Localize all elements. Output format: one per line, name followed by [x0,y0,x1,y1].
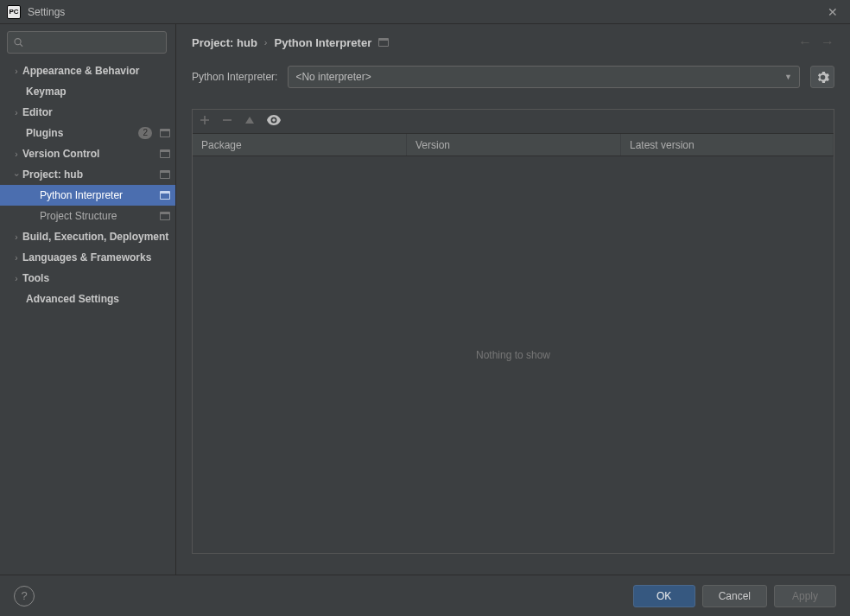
sidebar-item-appearance-behavior[interactable]: › Appearance & Behavior [0,60,175,81]
chevron-right-icon: › [10,149,22,159]
search-input[interactable] [7,31,167,54]
close-icon[interactable]: ✕ [822,3,843,21]
interpreter-select[interactable]: <No interpreter> ▼ [288,66,800,88]
gear-icon [816,71,829,84]
ok-button[interactable]: OK [633,585,695,607]
svg-point-0 [15,39,21,45]
sidebar-item-label: Languages & Frameworks [22,251,170,264]
sidebar-item-advanced-settings[interactable]: Advanced Settings [0,289,175,309]
project-badge-icon [160,129,170,137]
breadcrumb: Project: hub › Python Interpreter [192,36,798,49]
project-badge-icon [378,38,389,47]
sidebar-item-label: Plugins [26,127,138,139]
add-package-button[interactable] [200,115,210,128]
breadcrumb-crumb-0[interactable]: Project: hub [192,36,257,49]
content-area: Project: hub › Python Interpreter ← → Py… [176,24,850,575]
packages-toolbar [193,110,834,134]
help-button[interactable]: ? [14,586,35,606]
svg-point-2 [272,118,276,122]
cancel-button[interactable]: Cancel [702,585,767,607]
apply-button[interactable]: Apply [774,585,836,607]
chevron-right-icon: › [10,67,22,76]
sidebar-item-label: Appearance & Behavior [22,65,170,77]
eye-icon [267,115,281,125]
sidebar-item-label: Keymap [26,86,170,98]
app-icon: PC [7,5,21,19]
chevron-down-icon: › [12,168,22,181]
chevron-right-icon: › [10,108,22,117]
bottombar: ? OK Cancel Apply [0,575,850,616]
project-badge-icon [160,170,170,179]
packages-panel: Package Version Latest version Nothing t… [192,109,834,554]
remove-package-button[interactable] [222,115,232,128]
titlebar: PC Settings ✕ [0,0,850,24]
chevron-right-icon: › [10,232,22,242]
sidebar-item-label: Build, Execution, Deployment [22,231,170,243]
sidebar-item-label: Python Interpreter [40,189,156,201]
chevron-right-icon: › [10,274,22,283]
settings-tree: › Appearance & Behavior Keymap › Editor … [0,60,175,575]
sidebar-item-project-hub[interactable]: › Project: hub [0,164,175,185]
sidebar-item-tools[interactable]: › Tools [0,268,175,289]
sidebar-item-version-control[interactable]: › Version Control [0,143,175,164]
search-icon [13,36,24,48]
sidebar-item-label: Tools [22,272,170,284]
interpreter-settings-button[interactable] [810,66,834,88]
chevron-down-icon: ▼ [784,73,792,81]
sidebar-item-keymap[interactable]: Keymap [0,81,175,102]
interpreter-value: <No interpreter> [295,71,371,83]
plus-icon [200,115,210,125]
sidebar: › Appearance & Behavior Keymap › Editor … [0,24,176,575]
window-title: Settings [28,6,822,18]
column-package[interactable]: Package [193,134,407,156]
project-badge-icon [160,191,170,200]
sidebar-item-languages-frameworks[interactable]: › Languages & Frameworks [0,247,175,268]
sidebar-item-label: Editor [22,106,170,118]
minus-icon [222,115,232,125]
project-badge-icon [160,149,170,158]
sidebar-item-label: Project Structure [40,210,156,222]
nav-back-icon[interactable]: ← [798,35,812,50]
column-latest[interactable]: Latest version [621,134,834,156]
column-version[interactable]: Version [407,134,621,156]
sidebar-item-editor[interactable]: › Editor [0,102,175,123]
plugins-badge: 2 [138,127,152,139]
svg-line-1 [20,44,22,47]
triangle-up-icon [244,115,255,125]
show-early-releases-button[interactable] [267,115,281,128]
sidebar-item-python-interpreter[interactable]: Python Interpreter [0,185,175,206]
project-badge-icon [160,212,170,220]
packages-header: Package Version Latest version [193,134,834,156]
search-field[interactable] [28,36,161,49]
nav-forward-icon[interactable]: → [821,35,834,50]
sidebar-item-project-structure[interactable]: Project Structure [0,206,175,226]
breadcrumb-crumb-1: Python Interpreter [275,36,372,49]
sidebar-item-label: Advanced Settings [26,293,170,305]
upgrade-package-button[interactable] [244,115,255,128]
sidebar-item-plugins[interactable]: Plugins 2 [0,123,175,143]
chevron-right-icon: › [264,37,268,48]
sidebar-item-label: Project: hub [22,168,156,181]
interpreter-label: Python Interpreter: [192,71,277,83]
packages-empty: Nothing to show [193,156,834,553]
sidebar-item-label: Version Control [22,148,156,160]
question-icon: ? [21,589,27,602]
sidebar-item-build-execution-deployment[interactable]: › Build, Execution, Deployment [0,226,175,247]
chevron-right-icon: › [10,253,22,263]
